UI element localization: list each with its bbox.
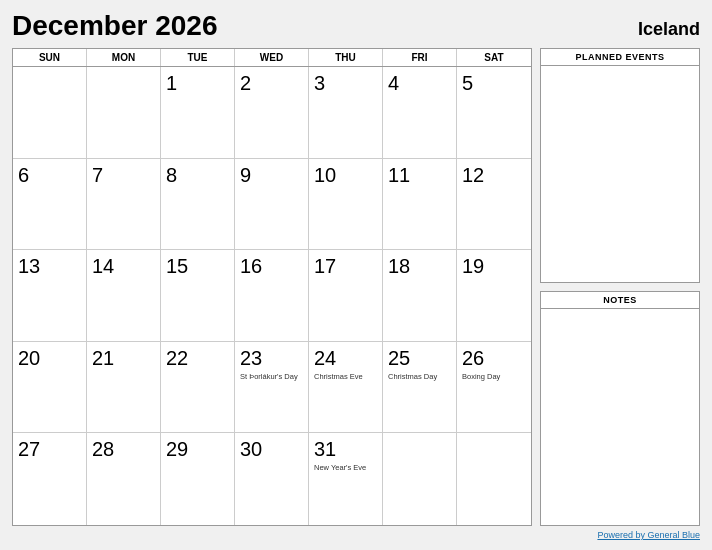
day-number: 26 xyxy=(462,346,484,370)
calendar-cell: 29 xyxy=(161,433,235,525)
calendar-cell: 3 xyxy=(309,67,383,159)
calendar-cell xyxy=(13,67,87,159)
notes-box: NOTES xyxy=(540,291,700,526)
planned-events-box: PLANNED EVENTS xyxy=(540,48,700,283)
calendar-cell: 21 xyxy=(87,342,161,434)
day-header: WED xyxy=(235,49,309,66)
day-number: 22 xyxy=(166,346,188,370)
day-number: 9 xyxy=(240,163,251,187)
calendar-cell xyxy=(87,67,161,159)
powered-by-link[interactable]: Powered by General Blue xyxy=(597,530,700,540)
calendar-cell: 1 xyxy=(161,67,235,159)
calendar-cell: 9 xyxy=(235,159,309,251)
calendar-cell: 11 xyxy=(383,159,457,251)
day-number: 8 xyxy=(166,163,177,187)
holiday-label: Christmas Day xyxy=(388,372,437,382)
day-number: 5 xyxy=(462,71,473,95)
day-number: 19 xyxy=(462,254,484,278)
calendar-cell: 30 xyxy=(235,433,309,525)
holiday-label: New Year's Eve xyxy=(314,463,366,473)
main-area: SUNMONTUEWEDTHUFRISAT 123456789101112131… xyxy=(12,48,700,526)
planned-events-header: PLANNED EVENTS xyxy=(541,49,699,66)
day-number: 27 xyxy=(18,437,40,461)
calendar-cell: 25Christmas Day xyxy=(383,342,457,434)
calendar-cell: 17 xyxy=(309,250,383,342)
calendar-cell: 19 xyxy=(457,250,531,342)
holiday-label: St Þorlákur's Day xyxy=(240,372,298,382)
calendar-cell: 5 xyxy=(457,67,531,159)
day-number: 25 xyxy=(388,346,410,370)
footer: Powered by General Blue xyxy=(12,530,700,540)
day-number: 4 xyxy=(388,71,399,95)
calendar: SUNMONTUEWEDTHUFRISAT 123456789101112131… xyxy=(12,48,532,526)
calendar-cell: 18 xyxy=(383,250,457,342)
day-number: 1 xyxy=(166,71,177,95)
calendar-cell: 22 xyxy=(161,342,235,434)
calendar-cell: 13 xyxy=(13,250,87,342)
calendar-cell: 2 xyxy=(235,67,309,159)
day-header: SUN xyxy=(13,49,87,66)
day-number: 29 xyxy=(166,437,188,461)
calendar-cell: 24Christmas Eve xyxy=(309,342,383,434)
calendar-cell: 6 xyxy=(13,159,87,251)
page-title: December 2026 xyxy=(12,10,217,42)
day-header: FRI xyxy=(383,49,457,66)
calendar-cell: 28 xyxy=(87,433,161,525)
day-number: 24 xyxy=(314,346,336,370)
page: December 2026 Iceland SUNMONTUEWEDTHUFRI… xyxy=(0,0,712,550)
day-header: SAT xyxy=(457,49,531,66)
calendar-cell: 27 xyxy=(13,433,87,525)
holiday-label: Boxing Day xyxy=(462,372,500,382)
day-number: 7 xyxy=(92,163,103,187)
day-number: 21 xyxy=(92,346,114,370)
sidebar: PLANNED EVENTS NOTES xyxy=(540,48,700,526)
calendar-cell xyxy=(457,433,531,525)
calendar-cell: 14 xyxy=(87,250,161,342)
calendar-cell: 8 xyxy=(161,159,235,251)
calendar-cell: 15 xyxy=(161,250,235,342)
calendar-cell xyxy=(383,433,457,525)
calendar-cell: 7 xyxy=(87,159,161,251)
day-number: 16 xyxy=(240,254,262,278)
calendar-cell: 20 xyxy=(13,342,87,434)
day-number: 17 xyxy=(314,254,336,278)
day-number: 3 xyxy=(314,71,325,95)
day-number: 2 xyxy=(240,71,251,95)
calendar-cell: 31New Year's Eve xyxy=(309,433,383,525)
calendar-cell: 26Boxing Day xyxy=(457,342,531,434)
day-number: 31 xyxy=(314,437,336,461)
day-header: TUE xyxy=(161,49,235,66)
planned-events-content xyxy=(541,66,699,282)
day-number: 23 xyxy=(240,346,262,370)
day-header: MON xyxy=(87,49,161,66)
calendar-cell: 10 xyxy=(309,159,383,251)
day-number: 14 xyxy=(92,254,114,278)
notes-content xyxy=(541,309,699,525)
day-number: 12 xyxy=(462,163,484,187)
holiday-label: Christmas Eve xyxy=(314,372,363,382)
calendar-body: 1234567891011121314151617181920212223St … xyxy=(13,67,531,525)
day-number: 6 xyxy=(18,163,29,187)
country-label: Iceland xyxy=(638,19,700,40)
calendar-cell: 4 xyxy=(383,67,457,159)
calendar-cell: 16 xyxy=(235,250,309,342)
day-number: 20 xyxy=(18,346,40,370)
day-number: 28 xyxy=(92,437,114,461)
day-number: 30 xyxy=(240,437,262,461)
day-number: 11 xyxy=(388,163,410,187)
day-number: 10 xyxy=(314,163,336,187)
calendar-cell: 12 xyxy=(457,159,531,251)
day-number: 18 xyxy=(388,254,410,278)
day-number: 13 xyxy=(18,254,40,278)
calendar-cell: 23St Þorlákur's Day xyxy=(235,342,309,434)
day-header: THU xyxy=(309,49,383,66)
day-headers: SUNMONTUEWEDTHUFRISAT xyxy=(13,49,531,67)
notes-header: NOTES xyxy=(541,292,699,309)
day-number: 15 xyxy=(166,254,188,278)
header: December 2026 Iceland xyxy=(12,10,700,42)
